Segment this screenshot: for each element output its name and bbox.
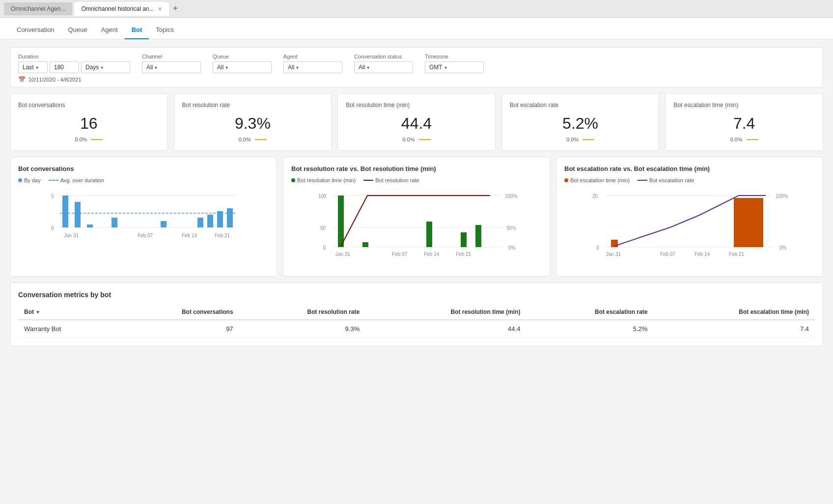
svg-text:Feb 21: Feb 21 — [215, 233, 230, 238]
svg-text:Feb 07: Feb 07 — [392, 252, 408, 257]
escalation-chart-area: 20 0 100% 0% Jan 31 — [564, 188, 815, 268]
th-bot-resolution-rate: Bot resolution rate — [239, 305, 366, 320]
kpi-resolution-time-trend: 0.0% — [402, 137, 415, 142]
sort-icon[interactable]: ▼ — [35, 309, 40, 315]
svg-text:0: 0 — [323, 245, 326, 251]
res-bar-4 — [461, 232, 467, 247]
content-area: Duration Last ▾ 180 Days ▾ — [0, 39, 833, 504]
bar-13 — [207, 215, 213, 227]
kpi-escalation-rate-trend: 0.0% — [566, 137, 579, 142]
tab-close-button[interactable]: × — [158, 5, 162, 13]
kpi-bot-escalation-rate: Bot escalation rate 5.2% 0.0% — [501, 93, 660, 151]
legend-avg-line — [49, 180, 58, 181]
chevron-down-icon: ▾ — [101, 65, 103, 70]
tab-active[interactable]: Omnichannel historical an... × — [74, 2, 168, 16]
duration-unit-select[interactable]: Days ▾ — [81, 61, 130, 73]
nav-bot[interactable]: Bot — [125, 21, 149, 39]
new-tab-button[interactable]: + — [171, 3, 180, 14]
svg-text:Feb 21: Feb 21 — [729, 252, 745, 257]
td-bot-conversations: 97 — [114, 320, 239, 338]
duration-preset-select[interactable]: Last ▾ — [18, 61, 48, 73]
duration-value-input[interactable]: 180 — [50, 61, 79, 73]
agent-filter: Agent All ▾ — [283, 54, 342, 73]
res-bar-2 — [362, 242, 368, 247]
kpi-bot-conversations-title: Bot conversations — [18, 102, 160, 109]
svg-text:100%: 100% — [505, 194, 518, 199]
svg-text:50%: 50% — [506, 225, 516, 231]
bar-9 — [161, 221, 167, 227]
chart-resolution: Bot resolution rate vs. Bot resolution t… — [283, 157, 550, 277]
svg-text:0: 0 — [596, 245, 599, 251]
svg-text:0%: 0% — [779, 245, 787, 251]
kpi-escalation-time-trend: 0.0% — [730, 137, 743, 142]
kpi-trend-line — [255, 139, 267, 140]
timezone-label: Timezone — [425, 54, 484, 59]
kpi-trend-line — [583, 139, 594, 140]
bar-15 — [227, 208, 233, 227]
timezone-select[interactable]: GMT ▾ — [425, 61, 484, 73]
nav-conversation[interactable]: Conversation — [10, 21, 61, 39]
tab-inactive[interactable]: Omnichannel Agen... — [4, 2, 72, 15]
legend-resolution-rate-line — [363, 180, 373, 181]
queue-select[interactable]: All ▾ — [213, 61, 272, 73]
chart-bot-conversations: Bot conversations By day Avg. over durat… — [10, 157, 277, 277]
resolution-svg: 100 50 0 100% 50% 0% — [291, 188, 542, 267]
channel-label: Channel — [142, 54, 201, 59]
svg-text:Jan 31: Jan 31 — [64, 233, 79, 238]
svg-text:Feb 07: Feb 07 — [138, 233, 153, 238]
svg-text:100%: 100% — [776, 194, 788, 199]
td-resolution-time: 44.4 — [365, 320, 526, 338]
nav-agent[interactable]: Agent — [94, 21, 125, 39]
agent-select[interactable]: All ▾ — [283, 61, 342, 73]
kpi-trend-line — [419, 139, 431, 140]
kpi-bot-conversations: Bot conversations 16 0.0% — [10, 93, 168, 151]
th-bot-resolution-time: Bot resolution time (min) — [365, 305, 526, 320]
kpi-bot-escalation-time: Bot escalation time (min) 7.4 0.0% — [665, 93, 823, 151]
svg-text:0%: 0% — [508, 245, 516, 251]
queue-label: Queue — [213, 54, 272, 59]
conversation-status-label: Conversation status — [354, 54, 413, 59]
chevron-down-icon: ▾ — [155, 65, 157, 70]
td-bot-name: Warranty Bot — [18, 320, 114, 338]
kpi-bot-conversations-value: 16 — [18, 114, 160, 133]
resolution-chart-area: 100 50 0 100% 50% 0% — [291, 188, 542, 268]
table-header-row: Bot ▼ Bot conversations Bot resolution r… — [18, 305, 815, 320]
chart-escalation-legend: Bot escalation time (min) Bot escalation… — [564, 177, 815, 183]
kpi-bot-conversations-trend: 0.0% — [75, 137, 87, 142]
chart-escalation-title: Bot escalation rate vs. Bot escalation t… — [564, 165, 815, 172]
kpi-escalation-time-value: 7.4 — [673, 114, 815, 133]
kpi-resolution-rate-trend: 0.0% — [239, 137, 251, 142]
bot-conversations-svg: 5 0 — [18, 188, 269, 267]
th-bot: Bot ▼ — [18, 305, 114, 320]
legend-resolution-rate-label: Bot resolution rate — [375, 177, 419, 183]
svg-text:50: 50 — [320, 225, 326, 231]
legend-avg-label: Avg. over duration — [60, 177, 104, 183]
duration-filter: Duration Last ▾ 180 Days ▾ — [18, 54, 130, 73]
kpi-resolution-rate-value: 9.3% — [182, 114, 324, 133]
nav-topics[interactable]: Topics — [149, 21, 181, 39]
svg-text:Feb 07: Feb 07 — [660, 252, 676, 257]
res-bar-5 — [475, 225, 481, 247]
queue-filter: Queue All ▾ — [213, 54, 272, 73]
legend-resolution-time-dot — [291, 178, 295, 182]
kpi-resolution-time-value: 44.4 — [346, 114, 487, 133]
nav-queue[interactable]: Queue — [61, 21, 94, 39]
td-resolution-rate: 9.3% — [239, 320, 366, 338]
kpi-resolution-time-title: Bot resolution time (min) — [346, 102, 487, 109]
metrics-table: Bot ▼ Bot conversations Bot resolution r… — [18, 305, 815, 338]
kpi-bot-resolution-time: Bot resolution time (min) 44.4 0.0% — [337, 93, 496, 151]
chevron-down-icon: ▾ — [296, 65, 299, 70]
channel-select[interactable]: All ▾ — [142, 61, 201, 73]
calendar-icon: 📅 — [18, 76, 26, 83]
chart-bot-conversations-title: Bot conversations — [18, 165, 269, 172]
kpi-escalation-time-title: Bot escalation time (min) — [673, 102, 815, 109]
legend-escalation-rate-line — [638, 180, 647, 181]
duration-label: Duration — [18, 54, 130, 59]
date-range-display: 📅 10/11/2020 - 4/8/2021 — [18, 76, 815, 83]
legend-resolution-time-label: Bot resolution time (min) — [297, 177, 356, 183]
svg-text:100: 100 — [318, 194, 327, 199]
timezone-filter: Timezone GMT ▾ — [425, 54, 484, 73]
conversation-status-select[interactable]: All ▾ — [354, 61, 413, 73]
chevron-down-icon: ▾ — [367, 65, 369, 70]
table-row: Warranty Bot 97 9.3% 44.4 5.2% 7.4 — [18, 320, 815, 338]
